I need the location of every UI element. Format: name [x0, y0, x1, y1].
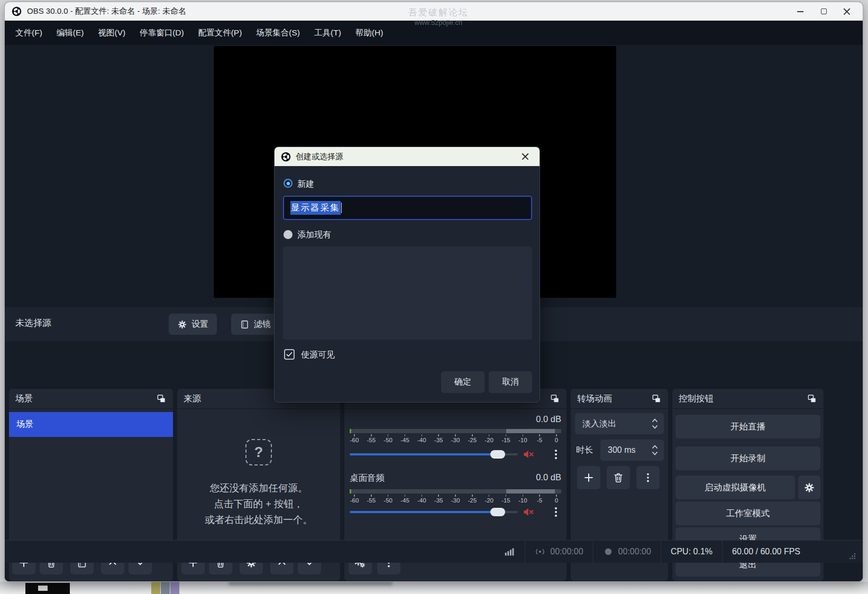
source-name-input[interactable]: 显示器采集: [283, 196, 532, 220]
start-streaming-label: 开始直播: [730, 421, 765, 433]
menu-item[interactable]: 编辑(E): [57, 28, 84, 39]
transition-menu-button[interactable]: [636, 466, 660, 489]
scale-label: -30: [451, 497, 460, 504]
source-name-selected-text: 显示器采集: [290, 201, 341, 215]
start-virtual-camera-button[interactable]: 启动虚拟摄像机: [675, 476, 795, 499]
sources-empty-line2: 点击下面的 + 按钮，: [177, 496, 340, 512]
ok-label: 确定: [454, 377, 471, 388]
start-recording-label: 开始录制: [730, 453, 765, 464]
scale-label: -10: [518, 437, 527, 443]
create-new-label: 新建: [297, 179, 314, 190]
duration-label: 时长: [576, 445, 593, 456]
remove-transition-button[interactable]: [607, 466, 630, 489]
spinner-chevrons-icon: [651, 443, 659, 457]
existing-sources-list[interactable]: [283, 246, 532, 340]
broadcast-icon: [535, 546, 545, 557]
scale-label: -60: [350, 497, 359, 504]
add-transition-button[interactable]: [577, 466, 600, 489]
popout-icon[interactable]: [550, 394, 560, 404]
mixer-channel1-volume-row: [350, 448, 561, 461]
menu-bar: 文件(F)编辑(E)视图(V)停靠窗口(D)配置文件(P)场景集合(S)工具(T…: [5, 21, 863, 45]
scale-label: -45: [400, 497, 409, 504]
scale-label: -35: [434, 437, 443, 443]
scale-label: -45: [400, 437, 409, 443]
mute-speaker-icon[interactable]: [522, 506, 535, 518]
question-mark-icon: ?: [245, 439, 272, 465]
maximize-button[interactable]: [812, 3, 835, 20]
mixer-channel1-scale: -60-55-50-45-40-35-30-25-20-15-10-50: [348, 434, 563, 443]
scale-label: -20: [485, 497, 494, 504]
dialog-close-button[interactable]: [517, 149, 533, 165]
menu-item[interactable]: 文件(F): [15, 28, 42, 39]
make-source-visible-checkbox[interactable]: [284, 349, 295, 360]
fps-indicator: 60.00 / 60.00 FPS: [732, 547, 800, 556]
sources-empty-state: ? 您还没有添加任何源。 点击下面的 + 按钮， 或者右击此处添加一个。: [177, 439, 340, 528]
ok-button[interactable]: 确定: [441, 371, 485, 393]
volume-slider-handle[interactable]: [490, 450, 505, 459]
menu-item[interactable]: 帮助(H): [355, 28, 383, 39]
scale-label: -60: [350, 437, 359, 443]
create-new-radio[interactable]: [284, 179, 293, 188]
transition-select[interactable]: 淡入淡出: [575, 413, 664, 434]
obs-logo-icon: [281, 152, 291, 162]
menu-item[interactable]: 工具(T): [314, 28, 341, 39]
transitions-panel-title: 转场动画: [577, 393, 612, 405]
no-source-selected-label: 未选择源: [15, 317, 51, 329]
mixer-channel1-db: 0.0 dB: [536, 414, 561, 424]
check-icon: [286, 351, 293, 358]
source-filters-button[interactable]: 滤镜: [231, 314, 279, 335]
scene-list-item-selected[interactable]: 场景: [9, 412, 173, 437]
menu-item[interactable]: 视图(V): [98, 28, 125, 39]
kebab-menu-icon[interactable]: [550, 448, 562, 461]
scenes-panel-title: 场景: [15, 393, 33, 405]
start-streaming-button[interactable]: 开始直播: [675, 415, 820, 438]
scale-label: -5: [537, 497, 542, 504]
scale-label: -5: [537, 437, 542, 443]
resize-grip[interactable]: [848, 552, 856, 560]
volume-slider-handle[interactable]: [490, 508, 505, 516]
duration-value: 300 ms: [608, 445, 635, 455]
title-bar: OBS 30.0.0 - 配置文件: 未命名 - 场景: 未命名: [5, 2, 863, 21]
menu-item[interactable]: 配置文件(P): [198, 28, 242, 39]
scale-label: -25: [468, 497, 477, 504]
mixer-channel2-db: 0.0 dB: [536, 472, 561, 482]
volume-slider[interactable]: [350, 453, 518, 455]
obs-logo-icon: [12, 6, 22, 16]
source-properties-button[interactable]: 设置: [169, 314, 217, 335]
menu-item[interactable]: 停靠窗口(D): [140, 28, 184, 39]
trash-icon: [613, 472, 624, 483]
add-existing-radio[interactable]: [284, 230, 293, 239]
start-recording-button[interactable]: 开始录制: [675, 446, 820, 470]
menu-item[interactable]: 场景集合(S): [256, 28, 300, 39]
add-existing-label: 添加现有: [297, 230, 331, 241]
scale-label: -25: [468, 437, 477, 443]
sources-empty-line1: 您还没有添加任何源。: [177, 480, 340, 496]
scale-label: -35: [434, 497, 443, 504]
plus-icon: [583, 472, 595, 483]
mixer-channel2-name: 桌面音频: [350, 472, 385, 484]
cancel-label: 取消: [502, 377, 519, 388]
virtual-camera-config-button[interactable]: [798, 476, 820, 499]
record-dot-icon: [603, 546, 614, 557]
popout-icon[interactable]: [807, 394, 817, 404]
close-button[interactable]: [835, 3, 858, 20]
sources-empty-line3: 或者右击此处添加一个。: [177, 512, 340, 528]
cancel-button[interactable]: 取消: [489, 371, 532, 393]
popout-icon[interactable]: [156, 394, 167, 404]
text-caret: [341, 203, 342, 213]
scale-label: -55: [367, 497, 376, 504]
scale-label: -55: [367, 437, 376, 443]
background-thumbnail: [151, 582, 160, 594]
close-icon: [843, 8, 851, 15]
studio-mode-button[interactable]: 工作室模式: [675, 501, 820, 525]
duration-spinner[interactable]: 300 ms: [600, 440, 664, 461]
kebab-menu-icon: [642, 472, 654, 483]
obs-window: OBS 30.0.0 - 配置文件: 未命名 - 场景: 未命名 吾爱破解论坛 …: [4, 2, 863, 582]
stream-time: 00:00:00: [550, 547, 583, 556]
minimize-button[interactable]: [789, 3, 812, 20]
volume-slider[interactable]: [350, 511, 518, 513]
mute-speaker-icon[interactable]: [522, 448, 535, 461]
scale-label: -20: [485, 437, 494, 443]
kebab-menu-icon[interactable]: [550, 506, 562, 518]
popout-icon[interactable]: [651, 394, 662, 404]
